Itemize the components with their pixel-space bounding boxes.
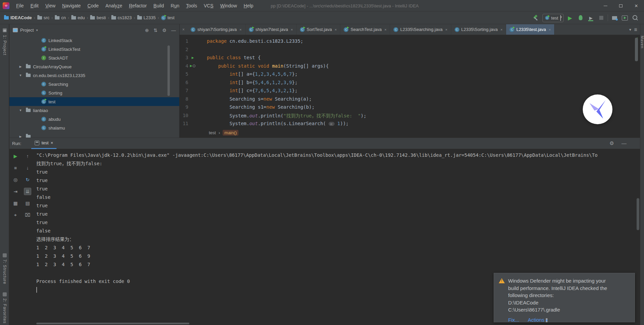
breadcrumb-item-src[interactable]: src — [36, 14, 51, 21]
menu-tools[interactable]: Tools — [183, 2, 200, 10]
fix-link[interactable]: Fix... — [508, 317, 519, 323]
up-stack-trace-icon[interactable]: ↑ — [24, 152, 31, 160]
hide-panel-icon[interactable]: — — [171, 28, 176, 33]
tree-item-circulararrayqueue[interactable]: ▶CircularArrayQueue — [9, 62, 179, 71]
menu-help[interactable]: Help — [240, 2, 257, 10]
run-icon[interactable]: ▶ — [566, 14, 574, 22]
debug-icon[interactable] — [576, 14, 584, 22]
menu-code[interactable]: Code — [84, 2, 102, 10]
close-icon[interactable]: × — [384, 28, 386, 32]
breadcrumb-item-cn[interactable]: cn — [53, 14, 67, 21]
tab-l2335-sorting-java[interactable]: L2335\Sorting.java× — [451, 24, 506, 35]
tree-item-linkedstacktest[interactable]: LinkedStackTest — [9, 45, 179, 53]
breadcrumb-item-test[interactable]: test — [160, 14, 176, 21]
tab-l2335-test-java[interactable]: L2335\test.java× — [506, 24, 555, 35]
tab-searchtest-java[interactable]: SearchTest.java× — [340, 24, 390, 35]
settings-icon[interactable]: ⚙ — [162, 28, 166, 33]
menu-refactor[interactable]: Refactor — [125, 2, 150, 10]
tab-shiyan7-test-java[interactable]: shiyan7\test.java× — [245, 24, 297, 35]
jump-to-end-icon[interactable]: ⇥ — [12, 188, 19, 195]
tree-item-shalamu[interactable]: shalamu — [9, 123, 179, 132]
close-icon[interactable]: × — [291, 28, 293, 32]
menu-view[interactable]: View — [42, 2, 59, 10]
scrolled-tab-close-icon[interactable]: × — [182, 27, 187, 32]
close-icon[interactable]: × — [549, 28, 551, 32]
scroll-to-end-icon[interactable]: ⇊ — [24, 188, 31, 195]
tree-item-abudu[interactable]: abudu — [9, 115, 179, 123]
chevron-down-icon[interactable]: ▼ — [18, 74, 23, 77]
project-structure-icon[interactable] — [610, 14, 618, 22]
run-dashboard-icon[interactable] — [621, 14, 629, 22]
close-icon[interactable]: × — [500, 28, 502, 32]
tab-options-icon[interactable]: ≣ — [634, 27, 637, 32]
console-scrollbar[interactable] — [637, 198, 639, 230]
run-config-selector[interactable]: test ▾ — [542, 14, 564, 22]
close-button[interactable]: ✕ — [629, 0, 644, 11]
console-settings-icon[interactable]: ▦ — [12, 200, 19, 207]
tree-item-sorting[interactable]: Sorting — [9, 88, 179, 97]
minimize-button[interactable] — [598, 0, 613, 11]
clear-icon[interactable]: ⌧ — [24, 211, 31, 219]
search-icon[interactable] — [631, 14, 639, 22]
coverage-icon[interactable]: ▶ — [587, 14, 595, 22]
menu-edit[interactable]: Edit — [27, 2, 42, 10]
stop-icon[interactable]: ■ — [12, 164, 19, 172]
project-tree[interactable]: LinkedStackLinkedStackTestStackADT▶Circu… — [9, 36, 179, 138]
tree-item[interactable]: ▶ — [9, 132, 179, 138]
breadcrumb-method[interactable]: main() — [223, 130, 238, 136]
breadcrumb-item-l2335[interactable]: L2335 — [136, 14, 157, 21]
collapse-all-icon[interactable]: ⇅ — [154, 28, 158, 33]
code-editor[interactable]: 1package cn.edu.besti.cs1823.L2335;23▶pu… — [180, 35, 640, 128]
tree-item-test[interactable]: test — [9, 97, 179, 106]
menu-navigate[interactable]: Navigate — [59, 2, 84, 10]
editor-scrollbar[interactable] — [635, 38, 638, 61]
project-stripe-button[interactable]: 1: Project — [0, 28, 9, 56]
chevron-right-icon[interactable]: ▶ — [18, 65, 23, 68]
settings-icon[interactable]: ⚙ — [610, 140, 614, 146]
menu-window[interactable]: Window — [217, 2, 240, 10]
chevron-down-icon[interactable]: ▼ — [18, 109, 23, 112]
tree-item-lianbiao[interactable]: ▼lianbiao — [9, 106, 179, 115]
menu-vcs[interactable]: VCS — [200, 2, 217, 10]
menu-analyze[interactable]: Analyze — [102, 2, 126, 10]
structure-stripe-button[interactable]: 7: Structure — [2, 253, 7, 284]
tree-item-cn.edu.besti.cs1823.l2335[interactable]: ▼cn.edu.besti.cs1823.L2335 — [9, 71, 179, 80]
close-icon[interactable]: × — [239, 28, 241, 32]
menu-run[interactable]: Run — [167, 2, 183, 10]
run-tab[interactable]: test × — [31, 138, 56, 149]
restart-icon[interactable]: ↻ — [24, 176, 31, 183]
rerun-icon[interactable]: ▶ — [12, 152, 19, 160]
close-icon[interactable]: × — [335, 28, 337, 32]
menu-build[interactable]: Build — [150, 2, 167, 10]
run-line-icon[interactable]: ▶ — [190, 64, 192, 68]
down-stack-trace-icon[interactable]: ↓ — [24, 164, 31, 172]
maximize-button[interactable] — [613, 0, 629, 11]
maven-stripe-label[interactable]: Maven — [640, 36, 644, 48]
pin-icon[interactable]: ⌖ — [12, 211, 19, 219]
hide-icon[interactable]: — — [621, 140, 627, 146]
menu-file[interactable]: File — [13, 2, 27, 10]
tree-item-searching[interactable]: Searching — [9, 80, 179, 88]
tab-shiyan7-sorting-java[interactable]: shiyan7\Sorting.java× — [187, 24, 245, 35]
tab-sorttest-java[interactable]: SortTest.java× — [297, 24, 341, 35]
thunder-floating-icon[interactable] — [582, 94, 613, 125]
close-icon[interactable]: × — [445, 28, 447, 32]
breadcrumb-item-cs1823[interactable]: cs1823 — [110, 14, 133, 21]
tree-item-linkedstack[interactable]: LinkedStack — [9, 36, 179, 45]
breadcrumb-file[interactable]: test — [209, 130, 216, 135]
tree-item-stackadt[interactable]: StackADT — [9, 53, 179, 62]
actions-link[interactable]: Actions ▾ — [528, 317, 548, 323]
locate-icon[interactable]: ⊕ — [145, 28, 149, 33]
breadcrumb-item-besti[interactable]: besti — [89, 14, 107, 21]
breadcrumb-item-ideacode[interactable]: IDEACode — [3, 14, 33, 21]
chevron-down-icon[interactable]: ▾ — [36, 28, 38, 32]
horizontal-scrollbar[interactable] — [36, 323, 189, 324]
favorites-stripe-button[interactable]: 2: Favorites — [2, 292, 7, 324]
project-scrollbar[interactable] — [167, 45, 170, 96]
close-icon[interactable]: × — [50, 140, 53, 145]
tab-l2335-searching-java[interactable]: L2335\Searching.java× — [390, 24, 451, 35]
hidden-tabs-icon[interactable]: ▾ — [629, 27, 631, 32]
build-hammer-icon[interactable] — [532, 14, 540, 22]
print-icon[interactable]: ▤ — [24, 200, 31, 207]
thread-dump-icon[interactable]: ◎ — [12, 176, 19, 183]
